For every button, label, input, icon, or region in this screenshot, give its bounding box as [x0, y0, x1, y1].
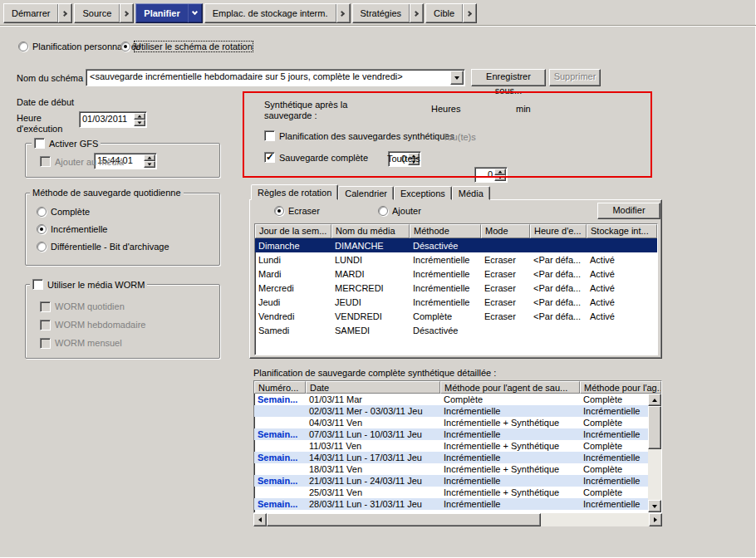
synthetic-plan-checkbox[interactable]: Planification des sauvegardes synthétiqu…: [264, 130, 454, 141]
table-row[interactable]: Semain... 28/03/11 Lun - 31/03/11 Jeu In…: [254, 498, 648, 510]
chevron-down-icon[interactable]: [450, 71, 464, 85]
rotation-table-body: Dimanche DIMANCHE Désactivée Lundi LUNDI…: [255, 238, 657, 337]
rotation-tab-label: Média: [459, 188, 484, 198]
table-row[interactable]: Dimanche DIMANCHE Désactivée: [255, 238, 657, 252]
spin-up-icon[interactable]: [134, 113, 145, 120]
scroll-down-icon[interactable]: [648, 500, 661, 512]
scrollbar-thumb[interactable]: [648, 406, 661, 449]
delete-button: Supprimer: [549, 69, 601, 86]
vertical-scrollbar[interactable]: [648, 394, 661, 512]
cell-date: 04/03/11 Ven: [306, 418, 440, 428]
table-row[interactable]: Semain... 07/03/11 Lun - 10/03/11 Jeu In…: [254, 428, 648, 440]
horizontal-scrollbar[interactable]: [253, 513, 662, 526]
column-header[interactable]: Jour de la sem...: [255, 224, 331, 238]
table-row[interactable]: 18/03/11 Ven Incrémentielle + Synthétiqu…: [254, 463, 648, 475]
scroll-right-icon[interactable]: [649, 513, 662, 526]
cell-day: Mardi: [255, 269, 331, 279]
daily-method-option[interactable]: Différentielle - Bit d'archivage: [37, 237, 215, 255]
radio-icon: [378, 206, 388, 216]
append-radio[interactable]: Ajouter: [378, 206, 421, 216]
table-row[interactable]: Jeudi JEUDI Incrémentielle Ecraser <Par …: [255, 295, 657, 309]
wizard-tab[interactable]: Source: [74, 3, 134, 23]
column-header[interactable]: Numéro...: [254, 381, 306, 394]
checkbox-icon: [40, 301, 51, 312]
cell-agent-method: Incrémentielle + Synthétique: [440, 418, 580, 428]
rotation-tab-label: Règles de rotation: [258, 188, 331, 198]
spin-down-icon[interactable]: [494, 175, 506, 182]
synthetic-min-spinner[interactable]: 0: [474, 167, 508, 183]
cell-mode: Ecraser: [481, 255, 530, 265]
rotation-tab[interactable]: Calendrier: [338, 186, 394, 200]
cell-day: Samedi: [255, 326, 331, 335]
table-row[interactable]: Mardi MARDI Incrémentielle Ecraser <Par …: [255, 267, 657, 281]
column-header[interactable]: Méthode pour l'agent de sau...: [440, 381, 580, 394]
column-header[interactable]: Méthode pour l'ag...: [580, 381, 661, 394]
radio-rotation-scheme[interactable]: Utiliser le schéma de rotation: [120, 42, 253, 51]
column-header[interactable]: Heure d'e...: [530, 224, 587, 238]
cell-agent-method: Incrémentielle: [440, 429, 580, 439]
full-backup-checkbox[interactable]: Sauvegarde complète: [264, 152, 368, 163]
worm-enable-checkbox[interactable]: Utiliser le média WORM: [30, 279, 147, 290]
wizard-tab[interactable]: Stratégies: [352, 3, 425, 23]
cell-date: 11/03/11 Ven: [306, 441, 440, 451]
table-row[interactable]: 25/03/11 Ven Incrémentielle + Synthétiqu…: [254, 487, 648, 498]
column-header[interactable]: Méthode: [410, 224, 481, 238]
cell-agent-method: Incrémentielle + Synthétique: [440, 441, 580, 451]
scroll-up-icon[interactable]: [648, 394, 661, 406]
table-row[interactable]: Semain... 01/03/11 Mar Complète Complète: [254, 394, 648, 405]
scrollbar-thumb[interactable]: [267, 513, 541, 526]
wizard-tab[interactable]: Emplac. de stockage interm.: [204, 3, 351, 23]
wizard-tab-label: Planifier: [144, 8, 187, 18]
table-row[interactable]: Vendredi VENDREDI Complète Ecraser <Par …: [255, 309, 657, 323]
full-every-label: Tou(te)s: [387, 154, 420, 164]
cell-media: JEUDI: [331, 297, 410, 307]
column-header[interactable]: Stockage int...: [587, 224, 657, 238]
table-row[interactable]: 02/03/11 Mer - 03/03/11 Jeu Incrémentiel…: [254, 405, 648, 417]
cell-method: Incrémentielle: [410, 297, 481, 307]
column-header[interactable]: Nom du média: [331, 224, 410, 238]
table-row[interactable]: Mercredi MERCREDI Incrémentielle Ecraser…: [255, 281, 657, 295]
wizard-tab[interactable]: Démarrer: [3, 3, 72, 23]
table-row[interactable]: Samedi SAMEDI Désactivée: [255, 323, 657, 337]
scroll-left-icon[interactable]: [253, 513, 267, 526]
overwrite-radio[interactable]: Ecraser: [274, 206, 320, 216]
start-date-field[interactable]: 01/03/2011: [79, 111, 147, 128]
wizard-tab[interactable]: Planifier: [135, 3, 202, 23]
table-row[interactable]: 04/03/11 Ven Incrémentielle + Synthétiqu…: [254, 417, 648, 428]
rotation-tab[interactable]: Média: [452, 186, 490, 200]
rotation-tab[interactable]: Exceptions: [394, 186, 452, 200]
column-header[interactable]: Mode: [481, 224, 530, 238]
cell-week: Semain...: [254, 476, 306, 486]
table-row[interactable]: Lundi LUNDI Incrémentielle Ecraser <Par …: [255, 252, 657, 267]
table-row[interactable]: Semain... 14/03/11 Lun - 17/03/11 Jeu In…: [254, 452, 648, 463]
table-row[interactable]: Semain... 21/03/11 Lun - 24/03/11 Jeu In…: [254, 475, 648, 487]
schema-name-combo[interactable]: <sauvegarde incrémentielle hebdomadaire …: [86, 69, 465, 86]
column-header[interactable]: Date: [306, 381, 440, 394]
schema-name-label: Nom du schéma :: [17, 73, 88, 83]
detail-title: Planification de sauvegarde complète syn…: [253, 368, 496, 378]
cell-media: DIMANCHE: [331, 241, 410, 251]
gfs-enable-checkbox[interactable]: Activer GFS: [32, 138, 101, 149]
cell-media: MARDI: [331, 269, 410, 279]
cell-staging: Activé: [587, 255, 657, 265]
chevron-icon: [57, 4, 71, 22]
save-as-button[interactable]: Enregistrer sous...: [471, 69, 546, 86]
cell-time: <Par défa...: [530, 297, 587, 307]
wizard-tab[interactable]: Cible: [425, 3, 477, 23]
cell-day: Mercredi: [255, 283, 331, 293]
spin-up-icon[interactable]: [494, 169, 506, 175]
daily-method-option-label: Incrémentielle: [51, 224, 107, 234]
table-row[interactable]: 11/03/11 Ven Incrémentielle + Synthétiqu…: [254, 440, 648, 452]
daily-method-option[interactable]: Complète: [37, 203, 215, 220]
schedule-window: Démarrer Source Planifier Emplac. de sto…: [0, 0, 756, 558]
cell-day: Lundi: [255, 255, 331, 265]
cell-method2: Complète: [580, 487, 630, 497]
worm-options: WORM quotidien WORM hebdomadaire WORM me…: [40, 297, 210, 352]
cell-media: SAMEDI: [331, 326, 410, 335]
rotation-tab[interactable]: Règles de rotation: [251, 184, 338, 200]
modify-button[interactable]: Modifier: [597, 203, 660, 219]
daily-method-option[interactable]: Incrémentielle: [37, 220, 215, 237]
synthetic-after-label: Synthétique après la sauvegarde :: [264, 100, 376, 121]
spin-down-icon[interactable]: [134, 120, 145, 126]
checkbox-icon: [40, 338, 51, 349]
